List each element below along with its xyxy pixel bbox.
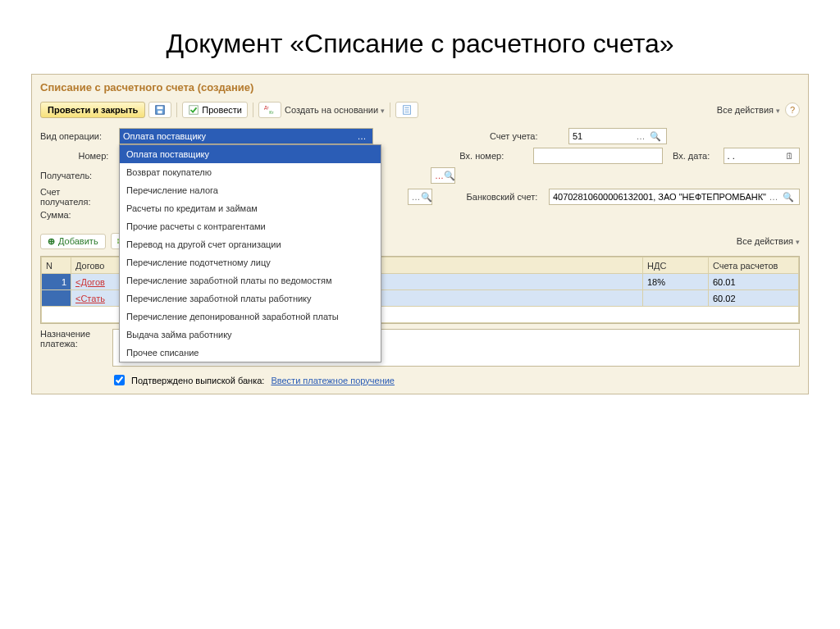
- dropdown-option[interactable]: Возврат покупателю: [120, 163, 381, 181]
- search-icon[interactable]: 🔍: [781, 192, 796, 203]
- in-date-field[interactable]: . . 🗓: [724, 148, 800, 164]
- cell-n: [42, 290, 71, 307]
- ellipsis-button[interactable]: …: [435, 171, 444, 180]
- in-date-value: . .: [728, 151, 783, 161]
- recipient-account-lookup[interactable]: … 🔍: [408, 189, 432, 205]
- bank-account-value: 40702810600006132001, ЗАО "НЕФТЕПРОМБАНК…: [553, 192, 766, 202]
- save-button[interactable]: [148, 102, 171, 118]
- post-and-close-button[interactable]: Провести и закрыть: [40, 102, 145, 118]
- cell-contract[interactable]: <Стать: [71, 290, 121, 307]
- ellipsis-button[interactable]: …: [633, 131, 648, 141]
- dropdown-option[interactable]: Перечисление подотчетному лицу: [120, 253, 381, 271]
- app-window: Списание с расчетного счета (создание) П…: [31, 74, 809, 394]
- dt-kt-button[interactable]: ДтКт: [258, 102, 281, 118]
- col-accounts[interactable]: Счета расчетов: [709, 258, 799, 274]
- label-in-number: Вх. номер:: [459, 151, 527, 161]
- label-number: Номер:: [40, 151, 108, 161]
- cell-n: 1: [42, 274, 71, 290]
- search-icon[interactable]: 🔍: [648, 131, 663, 142]
- dropdown-option[interactable]: Прочее списание: [120, 344, 381, 362]
- label-recipient: Получатель:: [40, 171, 114, 180]
- ellipsis-button[interactable]: …: [766, 192, 781, 202]
- ellipsis-button[interactable]: …: [412, 192, 421, 202]
- cell-acct[interactable]: 60.01: [709, 274, 799, 290]
- help-button[interactable]: ?: [785, 103, 800, 117]
- dropdown-option[interactable]: Расчеты по кредитам и займам: [120, 199, 381, 217]
- document-icon: [401, 104, 413, 116]
- label-sum: Сумма:: [40, 210, 114, 220]
- add-label: Добавить: [58, 236, 98, 246]
- calendar-icon[interactable]: 🗓: [783, 151, 796, 161]
- create-based-on-dropdown[interactable]: Создать на основании: [285, 105, 385, 115]
- confirmed-checkbox[interactable]: [114, 375, 125, 385]
- operation-type-dropdown: Оплата поставщику Возврат покупателю Пер…: [119, 144, 381, 362]
- col-contract[interactable]: Догово: [71, 258, 121, 274]
- label-purpose: Назначение платежа:: [40, 329, 106, 367]
- search-icon[interactable]: 🔍: [444, 171, 455, 181]
- separator: [253, 103, 253, 117]
- confirmed-label: Подтверждено выпиской банка:: [131, 376, 264, 385]
- all-actions-dropdown[interactable]: Все действия: [717, 105, 780, 115]
- plus-icon: ⊕: [48, 236, 55, 247]
- window-title: Списание с расчетного счета (создание): [32, 75, 808, 98]
- col-nds[interactable]: НДС: [643, 258, 709, 274]
- separator: [390, 103, 390, 117]
- svg-rect-3: [189, 106, 199, 115]
- dropdown-option[interactable]: Выдача займа работнику: [120, 326, 381, 344]
- dtkt-icon: ДтКт: [264, 104, 276, 116]
- svg-text:Кт: Кт: [269, 110, 274, 115]
- account-field[interactable]: 51 … 🔍: [568, 128, 667, 144]
- dropdown-toggle-icon[interactable]: …: [354, 131, 369, 141]
- svg-rect-1: [158, 107, 163, 110]
- dropdown-option[interactable]: Перевод на другой счет организации: [120, 235, 381, 253]
- dropdown-option[interactable]: Перечисление заработной платы работнику: [120, 289, 381, 308]
- main-toolbar: Провести и закрыть Провести ДтКт Создать…: [32, 98, 808, 123]
- account-value: 51: [573, 131, 633, 141]
- operation-type-field[interactable]: Оплата поставщику …: [119, 128, 373, 144]
- search-icon[interactable]: 🔍: [421, 192, 432, 203]
- label-bank-account: Банковский счет:: [467, 192, 544, 202]
- label-operation-type: Вид операции:: [40, 131, 114, 141]
- dropdown-option[interactable]: Перечисление депонированной заработной п…: [120, 308, 381, 326]
- operation-type-value: Оплата поставщику: [123, 131, 354, 141]
- add-row-button[interactable]: ⊕ Добавить: [40, 234, 106, 249]
- cell-nds[interactable]: [643, 290, 709, 307]
- report-button[interactable]: [395, 102, 418, 118]
- enter-payment-order-link[interactable]: Ввести платежное поручение: [271, 376, 395, 385]
- dropdown-option[interactable]: Оплата поставщику: [120, 145, 381, 163]
- post-button[interactable]: Провести: [182, 102, 248, 118]
- dropdown-option[interactable]: Перечисление заработной платы по ведомос…: [120, 271, 381, 289]
- post-button-label: Провести: [202, 105, 242, 115]
- label-recipient-account: Счет получателя:: [40, 187, 110, 207]
- slide-title: Документ «Списание с расчетного счета»: [0, 0, 840, 74]
- recipient-lookup[interactable]: … 🔍: [431, 167, 455, 184]
- dropdown-option[interactable]: Прочие расчеты с контрагентами: [120, 217, 381, 235]
- in-number-field[interactable]: [533, 148, 663, 164]
- cell-contract[interactable]: <Догов: [71, 274, 121, 290]
- label-account: Счет учета:: [490, 131, 564, 141]
- diskette-icon: [154, 104, 166, 116]
- post-icon: [188, 104, 199, 116]
- confirm-row: Подтверждено выпиской банка: Ввести плат…: [32, 371, 808, 394]
- separator: [176, 103, 177, 117]
- table-all-actions-dropdown[interactable]: Все действия: [737, 236, 800, 246]
- dropdown-option[interactable]: Перечисление налога: [120, 181, 381, 199]
- cell-nds[interactable]: 18%: [643, 274, 709, 290]
- form-area: Вид операции: Оплата поставщику … Оплата…: [32, 123, 808, 230]
- label-in-date: Вх. дата:: [673, 151, 719, 161]
- svg-rect-2: [158, 111, 162, 114]
- bank-account-field[interactable]: 40702810600006132001, ЗАО "НЕФТЕПРОМБАНК…: [549, 189, 800, 205]
- svg-text:Дт: Дт: [264, 105, 270, 110]
- cell-acct[interactable]: 60.02: [709, 290, 799, 307]
- col-n[interactable]: N: [42, 258, 71, 274]
